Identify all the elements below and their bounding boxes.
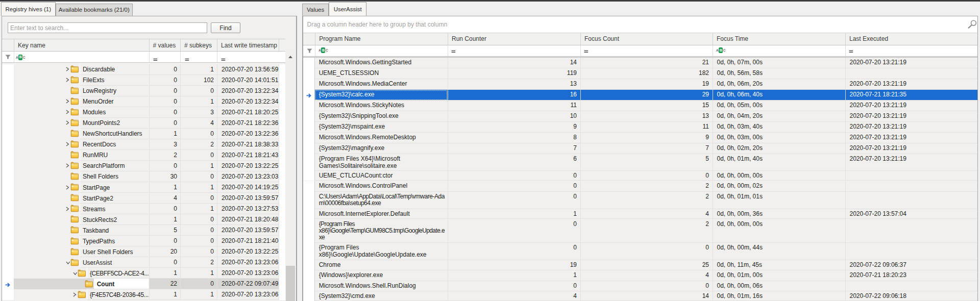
grid-row[interactable]: Microsoft.Windows.RemoteDesktop890d, 0h,… (303, 133, 977, 143)
grid-cell-focus-count: 0 (580, 243, 713, 260)
grid-cell-program-name: {Windows}\explorer.exe (315, 270, 448, 281)
grid-row-indicator (303, 122, 315, 133)
right-grid-rows: Microsoft.Windows.GettingStarted14210d, … (0, 0, 980, 301)
grid-row-indicator (303, 154, 315, 170)
grid-cell-last-executed: 2020-07-20 13:57:04 (845, 209, 977, 219)
grid-cell-focus-time: 0d, 0h, 05m, 00s (713, 101, 845, 111)
grid-row[interactable]: Microsoft.Windows.GettingStarted14210d, … (303, 58, 977, 68)
grid-row[interactable]: Microsoft.Windows.MediaCenter13190d, 0h,… (303, 79, 977, 90)
grid-row[interactable]: {Program Files x86}\Google\Temp\GUM98C5.… (303, 219, 977, 243)
grid-cell-focus-time: 0d, 0h, 00m, 02s (713, 181, 845, 192)
grid-row-indicator (303, 143, 315, 154)
tab-registry-hives-label: Registry hives (1) (6, 6, 51, 12)
grid-cell-program-name: {System32}\magnify.exe (315, 143, 448, 154)
grid-cell-focus-count: 13 (580, 111, 713, 122)
grid-cell-focus-count: 25 (580, 260, 713, 270)
grid-cell-focus-count: 4 (580, 209, 713, 219)
grid-cell-program-name: {System32}\calc.exe (315, 90, 448, 101)
grid-cell-focus-time: 0d, 0h, 06m, 20s (713, 79, 845, 90)
grid-cell-last-executed (845, 281, 977, 291)
grid-row-indicator (303, 111, 315, 122)
grid-cell-program-name: Microsoft.InternetExplorer.Default (315, 209, 448, 219)
grid-row[interactable]: {Windows}\explorer.exe140d, 0h, 01m, 00s… (303, 270, 977, 281)
grid-row[interactable]: Microsoft.InternetExplorer.Default140d, … (303, 209, 977, 219)
grid-cell-run-counter: 19 (448, 260, 580, 270)
tab-values[interactable]: Values (302, 4, 329, 16)
grid-cell-focus-time: 0d, 0h, 02m, 20s (713, 143, 845, 154)
grid-cell-last-executed: 2020-07-22 09:06:37 (845, 260, 977, 270)
grid-cell-run-counter: 0 (448, 181, 580, 192)
grid-cell-focus-time: 0d, 0h, 00m, 00s (713, 219, 845, 243)
grid-cell-run-counter: 10 (448, 111, 580, 122)
grid-row[interactable]: {System32}\calc.exe16290d, 0h, 06m, 40s2… (303, 90, 977, 101)
grid-cell-focus-time: 0d, 0h, 01m, 01s (713, 192, 845, 209)
grid-cell-focus-count: 11 (580, 122, 713, 133)
grid-cell-run-counter: 13 (448, 79, 580, 90)
grid-cell-focus-count: 2 (580, 181, 713, 192)
grid-cell-focus-time: 0d, 0h, 00m, 36s (713, 209, 845, 219)
grid-cell-focus-time: 0d, 0h, 01m, 00s (713, 270, 845, 281)
grid-row[interactable]: {System32}\mspaint.exe9110d, 0h, 03m, 40… (303, 122, 977, 133)
grid-row[interactable]: {System32}\SnippingTool.exe10130d, 0h, 0… (303, 111, 977, 122)
grid-cell-focus-time: 0d, 0h, 11m, 45s (713, 260, 845, 270)
grid-cell-program-name: C:\Users\Adam\AppData\Local\Temp\vmware-… (315, 192, 448, 209)
grid-cell-last-executed (845, 181, 977, 192)
grid-row[interactable]: {System32}\cmd.exe4140d, 0h, 01m, 16s202… (303, 291, 977, 301)
grid-cell-program-name: {System32}\cmd.exe (315, 291, 448, 301)
grid-cell-focus-count: 5 (580, 154, 713, 170)
grid-cell-focus-count: 19 (580, 79, 713, 90)
grid-cell-focus-time: 0d, 0h, 04m, 20s (713, 111, 845, 122)
grid-row[interactable]: {Program Files x86}\Google\Update\Google… (303, 243, 977, 260)
grid-cell-focus-time: 0d, 0h, 01m, 16s (713, 291, 845, 301)
grid-cell-last-executed (845, 192, 977, 209)
grid-cell-run-counter: 16 (448, 90, 580, 101)
grid-row[interactable]: Microsoft.Windows.ControlPanel020d, 0h, … (303, 181, 977, 192)
grid-cell-focus-count: 2 (580, 192, 713, 209)
grid-row[interactable]: {Program Files X64}\Microsoft Games\Soli… (303, 154, 977, 170)
grid-cell-program-name: Microsoft.Windows.Shell.RunDialog (315, 281, 448, 291)
grid-row[interactable]: Microsoft.Windows.StickyNotes11150d, 0h,… (303, 101, 977, 111)
tab-userassist-label: UserAssist (334, 6, 362, 12)
grid-cell-focus-count: 2 (580, 219, 713, 243)
grid-cell-focus-time: 0d, 0h, 00m, 44s (713, 243, 845, 260)
grid-row-indicator (303, 101, 315, 111)
grid-cell-focus-count: 4 (580, 270, 713, 281)
grid-cell-program-name: Microsoft.Windows.StickyNotes (315, 101, 448, 111)
grid-cell-run-counter: 14 (448, 58, 580, 68)
grid-cell-program-name: {Program Files x86}\Google\Temp\GUM98C5.… (315, 219, 448, 243)
grid-cell-focus-count: 0 (580, 281, 713, 291)
tab-values-label: Values (307, 7, 324, 13)
grid-row[interactable]: UEME_CTLCUACount:ctor000d, 0h, 00m, 00s (303, 171, 977, 181)
grid-cell-program-name: Microsoft.Windows.RemoteDesktop (315, 133, 448, 143)
grid-row-indicator (303, 133, 315, 143)
grid-cell-last-executed: 2020-07-20 13:21:19 (845, 101, 977, 111)
grid-cell-focus-count: 7 (580, 143, 713, 154)
grid-row[interactable]: Chrome19250d, 0h, 11m, 45s2020-07-22 09:… (303, 260, 977, 270)
grid-cell-last-executed (845, 171, 977, 181)
grid-row-indicator (303, 270, 315, 281)
grid-row[interactable]: C:\Users\Adam\AppData\Local\Temp\vmware-… (303, 192, 977, 209)
grid-cell-run-counter: 6 (448, 154, 580, 170)
grid-row[interactable]: UEME_CTLSESSION1191820d, 0h, 56m, 58s (303, 68, 977, 79)
tab-available-bookmarks-label: Available bookmarks (21/0) (59, 7, 130, 13)
grid-cell-program-name: Chrome (315, 260, 448, 270)
tab-registry-hives[interactable]: Registry hives (1) (1, 2, 56, 16)
registry-explorer-window: Registry hives (1) Available bookmarks (… (0, 0, 980, 301)
grid-cell-run-counter: 1 (448, 270, 580, 281)
grid-cell-run-counter: 0 (448, 219, 580, 243)
grid-cell-last-executed: 2020-07-20 13:21:19 (845, 58, 977, 68)
grid-cell-focus-count: 15 (580, 101, 713, 111)
grid-cell-last-executed (845, 219, 977, 243)
grid-cell-last-executed (845, 243, 977, 260)
grid-cell-run-counter: 0 (448, 171, 580, 181)
grid-cell-program-name: Microsoft.Windows.ControlPanel (315, 181, 448, 192)
grid-cell-run-counter: 11 (448, 101, 580, 111)
grid-cell-focus-count: 0 (580, 171, 713, 181)
grid-cell-last-executed: 2020-07-21 18:21:35 (845, 90, 977, 101)
grid-row[interactable]: Microsoft.Windows.Shell.RunDialog000d, 0… (303, 281, 977, 291)
grid-cell-run-counter: 9 (448, 122, 580, 133)
grid-cell-run-counter: 0 (448, 243, 580, 260)
tab-available-bookmarks[interactable]: Available bookmarks (21/0) (56, 4, 133, 16)
tab-userassist[interactable]: UserAssist (329, 2, 366, 16)
grid-row[interactable]: {System32}\magnify.exe770d, 0h, 02m, 20s… (303, 143, 977, 154)
